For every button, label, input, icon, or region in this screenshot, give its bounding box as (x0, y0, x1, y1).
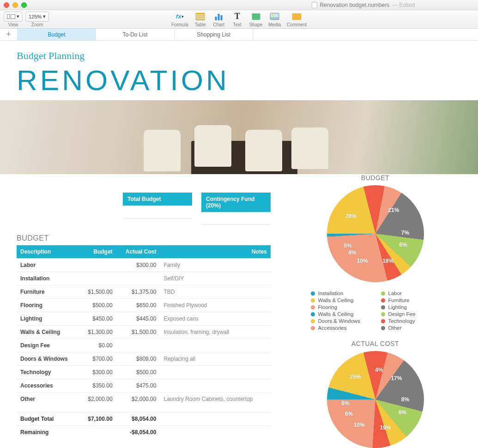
legend-item: Flooring (311, 304, 370, 310)
pie-slice-label: 18% (382, 258, 393, 264)
table-row[interactable]: Accessories$350.00$475.00 (17, 379, 271, 393)
table-row[interactable]: Flooring$500.00$650.00Finished Plywood (17, 299, 271, 312)
formula-button[interactable]: fx▾ (173, 12, 186, 22)
table-row[interactable]: Labor$300.00Family (17, 259, 271, 272)
document-filename: Renovation budget.numbers (320, 2, 389, 8)
pie-chart[interactable]: ACTUAL COST4%17%8%6%19%10%6%6%25% (289, 340, 461, 448)
chart-title: BUDGET (361, 174, 389, 182)
card-header: Total Budget (123, 193, 192, 206)
budget-table[interactable]: DescriptionBudgetActual CostNotes Labor$… (17, 245, 271, 439)
tab-shopping-list[interactable]: Shopping List (175, 29, 253, 40)
legend-item: Labor (381, 291, 440, 296)
pie-slice-label: 6% (345, 411, 353, 417)
sheet-tabs: + BudgetTo-Do ListShopping List (0, 29, 478, 41)
zoom-select[interactable]: 125%▾ (25, 12, 49, 22)
pie-slice-label: 10% (354, 422, 365, 428)
chart-legend: InstallationLaborWalls & CeilingFurnitur… (311, 291, 440, 331)
table-row[interactable]: Doors & Windows$700.00$809.00Replacing a… (17, 352, 271, 366)
shape-button[interactable] (249, 12, 262, 22)
column-header: Actual Cost (116, 245, 160, 259)
summary-cards: Total BudgetContingency Fund (20%) (123, 193, 271, 225)
zoom-window-icon[interactable] (21, 2, 27, 8)
hero-image (0, 100, 478, 174)
sheet-canvas[interactable]: Budget Planning RENOVATION Total BudgetC… (0, 41, 478, 448)
text-button[interactable]: T (231, 12, 244, 22)
pie-slice-label: 4% (375, 367, 383, 373)
table-row[interactable]: Other$2,000.00$2,000.00Laundry Room Cabi… (17, 393, 271, 406)
zoom-label: Zoom (31, 22, 43, 27)
pie-slice-label: 7% (401, 230, 409, 236)
pie-slice-label: 17% (391, 375, 402, 381)
pie-slice-label: 6% (399, 242, 407, 248)
table-row[interactable]: Furniture$1,500.00$1,375.00TBD (17, 285, 271, 299)
document-edited-label: — Edited (392, 2, 415, 8)
shape-label: Shape (249, 22, 263, 27)
pie-slice-label: 25% (350, 374, 361, 380)
pie-slice-label: 19% (380, 424, 391, 431)
tab-to-do-list[interactable]: To-Do List (96, 29, 175, 40)
toolbar: ▾ View 125%▾ Zoom fx▾FormulaTableChartTT… (0, 10, 478, 29)
card-value (123, 206, 192, 218)
chart-title: ACTUAL COST (351, 340, 399, 347)
legend-item: Installation (311, 291, 370, 296)
media-label: Media (268, 22, 281, 27)
column-header: Budget (79, 245, 116, 259)
table-row[interactable]: Technology$300.00$500.00 (17, 366, 271, 379)
comment-button[interactable] (290, 12, 303, 22)
legend-item: Lighting (381, 304, 440, 310)
document-title: Renovation budget.numbers — Edited (311, 2, 415, 8)
legend-item: Accessories (311, 325, 370, 331)
media-button[interactable] (268, 12, 281, 22)
budget-section-title: BUDGET (17, 234, 271, 242)
tab-budget[interactable]: Budget (18, 29, 96, 40)
table-button[interactable] (194, 12, 207, 22)
pie-slice-label: 6% (341, 400, 349, 406)
table-total-row: Budget Total$7,100.00$8,054.00 (17, 412, 271, 426)
card-header: Contingency Fund (20%) (201, 193, 271, 212)
pie-slice-label: 28% (345, 213, 357, 219)
chart-button[interactable] (212, 12, 225, 22)
close-window-icon[interactable] (4, 2, 9, 8)
chart-label: Chart (213, 22, 224, 27)
pie-chart[interactable]: BUDGET21%7%6%18%10%4%5%28%InstallationLa… (289, 174, 461, 331)
summary-card[interactable]: Contingency Fund (20%) (201, 193, 271, 225)
pie-slice-label: 8% (401, 396, 409, 403)
legend-item: Design Fee (381, 311, 440, 317)
document-icon (311, 2, 317, 8)
text-label: Text (233, 22, 242, 27)
pie-slice-label: 21% (388, 207, 399, 213)
legend-item: Other (381, 325, 440, 331)
window-titlebar: Renovation budget.numbers — Edited (0, 0, 478, 10)
pie-slice-label: 6% (399, 409, 406, 416)
table-total-row: Remaining-$8,054.00 (17, 426, 271, 439)
table-row[interactable]: Walls & Ceiling$1,300.00$1,500.00Insulat… (17, 326, 271, 339)
legend-item: Doors & Windows (311, 318, 370, 324)
card-value (201, 212, 271, 225)
summary-card[interactable]: Total Budget (123, 193, 192, 225)
column-header: Notes (160, 245, 271, 259)
minimize-window-icon[interactable] (12, 2, 18, 8)
view-label: View (8, 22, 18, 27)
page-title: RENOVATION (17, 64, 461, 97)
comment-label: Comment (287, 22, 307, 27)
table-row[interactable]: Lighting$450.00$445.00Exposed cans (17, 312, 271, 326)
table-label: Table (195, 22, 206, 27)
legend-item: Furniture (381, 297, 440, 303)
column-header: Description (17, 245, 79, 259)
legend-item: Walls & Ceiling (311, 311, 370, 317)
pie-slice-label: 5% (344, 242, 351, 249)
pie-slice-label: 10% (357, 258, 368, 264)
legend-item: Walls & Ceiling (311, 297, 370, 303)
add-sheet-button[interactable]: + (0, 29, 18, 40)
formula-label: Formula (171, 22, 188, 27)
table-row[interactable]: Design Fee$0.00 (17, 339, 271, 352)
legend-item: Technology (381, 318, 440, 324)
page-subtitle: Budget Planning (17, 50, 461, 62)
table-row[interactable]: InstallationSelf/DIY (17, 272, 271, 285)
pie-slice-label: 4% (348, 249, 356, 256)
view-button[interactable]: ▾ (4, 12, 23, 22)
